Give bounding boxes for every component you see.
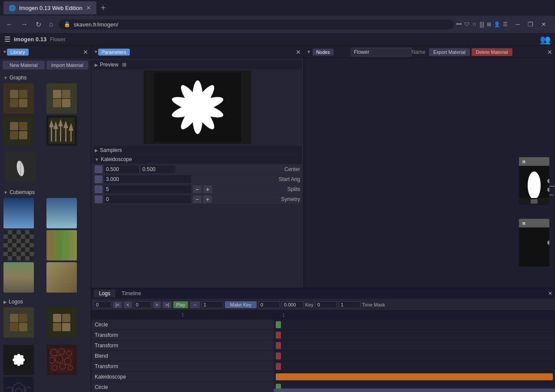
library-close-btn[interactable]: ✕ xyxy=(83,49,88,56)
param-center-x-input[interactable] xyxy=(104,165,139,173)
logs-tab[interactable]: Logs xyxy=(94,290,116,297)
feather-item[interactable] xyxy=(5,151,36,181)
active-tab[interactable]: 🌐 Imogen 0.13 Web Edition ✕ xyxy=(3,1,96,14)
tl-input-6[interactable] xyxy=(315,301,337,308)
nodes-tab-button[interactable]: Nodes xyxy=(313,49,334,56)
param-symetry-row: − + Symetry xyxy=(93,194,302,204)
scrollbar-thumb[interactable] xyxy=(274,389,555,392)
param-symetry-input[interactable] xyxy=(104,195,191,203)
timeline-scrollbar[interactable] xyxy=(274,389,555,392)
logos-section-header[interactable]: ▶ Logos xyxy=(2,298,89,306)
cubemap-item-brown[interactable] xyxy=(46,262,77,293)
cubemap-item-sky[interactable] xyxy=(3,198,34,228)
logos-item-1[interactable] xyxy=(3,307,34,338)
graph-item-trees[interactable] xyxy=(46,115,77,146)
close-button[interactable]: ✕ xyxy=(538,19,550,30)
make-key-btn[interactable]: Make Key xyxy=(225,301,257,308)
track-row-kaleidoscope xyxy=(274,372,555,382)
tl-input-1[interactable] xyxy=(94,301,111,308)
tl-input-4[interactable] xyxy=(258,301,280,308)
export-material-btn[interactable]: Export Material xyxy=(429,48,470,56)
home-button[interactable]: ⌂ xyxy=(46,19,56,30)
tl-input-3[interactable] xyxy=(202,301,223,308)
graph-item-3[interactable] xyxy=(3,115,34,146)
param-center-y-input[interactable] xyxy=(141,165,175,173)
kal-label: Kaleidoscope xyxy=(101,156,300,162)
nodes-header: ▼ Nodes Name Export Material Delete Mate… xyxy=(304,46,555,58)
cubemap-item-2[interactable] xyxy=(46,198,77,228)
trees-icon xyxy=(49,118,75,144)
node-partial-1[interactable]: n xyxy=(519,157,549,205)
cubemap-item-check[interactable] xyxy=(3,230,34,260)
node-partial-2[interactable]: n xyxy=(519,219,549,267)
tl-next-btn[interactable]: > xyxy=(153,301,161,308)
minimize-button[interactable]: ─ xyxy=(512,19,523,30)
logo-grid-2 xyxy=(53,314,70,331)
param-startang-input[interactable] xyxy=(104,175,191,183)
kal-header[interactable]: ▼ Kaleidoscope xyxy=(93,155,302,164)
reload-button[interactable]: ↻ xyxy=(33,19,44,30)
maximize-button[interactable]: ❐ xyxy=(524,19,537,30)
lock-icon: 🔒 xyxy=(64,21,70,27)
flower-lib-item[interactable] xyxy=(3,345,34,375)
logos-item-2[interactable] xyxy=(46,307,77,338)
new-tab-button[interactable]: + xyxy=(98,3,109,13)
tl-prev-btn[interactable]: < xyxy=(124,301,132,308)
tl-input-5[interactable] xyxy=(282,301,304,308)
symetry-minus-btn[interactable]: − xyxy=(193,195,202,203)
param-splits-input[interactable] xyxy=(104,185,191,193)
red-pattern-item[interactable] xyxy=(46,345,77,375)
cubemaps-section-header[interactable]: ▼ Cubemaps xyxy=(2,188,89,196)
timeline-tracks[interactable]: 1 xyxy=(274,311,555,392)
tab-close-btn[interactable]: ✕ xyxy=(86,4,91,11)
delete-material-btn[interactable]: Delete Material xyxy=(472,48,512,56)
tl-input-2[interactable] xyxy=(134,301,151,308)
bookmark-icon[interactable]: ☆ xyxy=(472,21,477,27)
menu-icon[interactable]: ☰ xyxy=(503,21,508,27)
cubemap-item-desert[interactable] xyxy=(3,262,34,293)
params-collapse[interactable]: ▼ xyxy=(94,49,98,54)
collapse-arrow[interactable]: ▼ xyxy=(3,49,7,54)
tl-start-btn[interactable]: |< xyxy=(113,301,122,308)
timeline-tab[interactable]: Timeline xyxy=(116,290,146,297)
hex-item[interactable] xyxy=(3,377,34,392)
library-tab-button[interactable]: Library xyxy=(7,49,29,56)
tl-play-btn[interactable]: Play xyxy=(173,301,188,308)
address-bar[interactable]: 🔒 skaven.fr/imogen/ xyxy=(59,20,454,30)
preview-label: Preview xyxy=(100,62,119,68)
back-button[interactable]: ← xyxy=(3,19,16,30)
tl-row-kaleidoscope: Kaleidoscope xyxy=(91,372,274,382)
grid-icon-2 xyxy=(53,90,70,107)
import-material-button[interactable]: Import Material xyxy=(46,61,89,69)
right-area: ▼ Parameters ✕ ▶ Preview ⊞ xyxy=(91,46,555,392)
tl-end-btn[interactable]: >| xyxy=(162,301,172,308)
samplers-row[interactable]: ▶ Samplers xyxy=(93,146,302,155)
hamburger-menu[interactable]: ☰ xyxy=(4,35,10,43)
track-row-3 xyxy=(274,340,555,351)
tl-arrow-btn[interactable]: → xyxy=(190,301,200,308)
track-tick: 1 xyxy=(282,313,285,318)
lib-buttons-row: New Material Import Material xyxy=(0,58,91,72)
node-wires xyxy=(304,58,555,288)
nodes-close-btn[interactable]: ✕ xyxy=(547,49,552,56)
preview-header[interactable]: ▶ Preview ⊞ xyxy=(93,60,302,69)
graphs-section-header[interactable]: ▼ Graphs xyxy=(2,74,89,82)
graph-item-2[interactable] xyxy=(46,83,77,114)
nodes-collapse[interactable]: ▼ xyxy=(307,49,311,54)
params-tab-button[interactable]: Parameters xyxy=(98,49,130,56)
sidebar-icon[interactable]: ⊞ xyxy=(487,21,491,27)
graph-item-1[interactable] xyxy=(3,83,34,114)
more-btn[interactable]: ••• xyxy=(456,21,462,27)
material-name-input[interactable] xyxy=(351,48,412,56)
main-area: ▼ Library ✕ New Material Import Material… xyxy=(0,46,555,392)
symetry-plus-btn[interactable]: + xyxy=(203,195,212,203)
new-material-button[interactable]: New Material xyxy=(3,61,45,69)
cubemap-item-gradient[interactable] xyxy=(46,230,77,260)
nodes-canvas[interactable]: n xyxy=(304,58,555,288)
bottom-close-btn[interactable]: ✕ xyxy=(548,290,552,296)
splits-minus-btn[interactable]: − xyxy=(193,185,202,193)
params-close-btn[interactable]: ✕ xyxy=(296,49,301,56)
splits-plus-btn[interactable]: + xyxy=(203,185,212,193)
forward-button[interactable]: → xyxy=(18,19,30,30)
tl-input-7[interactable] xyxy=(339,301,360,308)
